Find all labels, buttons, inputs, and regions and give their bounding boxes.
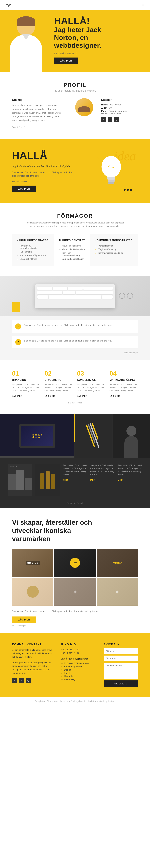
contact-twitter-icon[interactable]: t xyxy=(19,678,24,683)
capability-title-3: Kundservice xyxy=(77,378,106,381)
brand-image-4 xyxy=(12,578,53,606)
detail-value-1: Jack Norton xyxy=(110,103,121,106)
contact-address-line-1: ►22 Street, 27 Promenade, xyxy=(61,662,96,664)
contact-col-1: KOMMA I KONTAKT Vi kan samarbeta möjligh… xyxy=(12,643,53,687)
skill-item: ✓ Tagline-utformning xyxy=(95,248,134,250)
capability-link-4[interactable]: LÄS MER xyxy=(110,395,120,397)
social-twitter-icon[interactable]: t xyxy=(108,117,112,122)
capability-text-1: Sample text. Click to select the text bo… xyxy=(12,383,41,392)
skill-item: ✓ Verbal identitet xyxy=(95,245,134,247)
contact-email-input[interactable] xyxy=(104,656,138,661)
svg-rect-2 xyxy=(108,180,115,182)
profile-read-more[interactable]: Blätt är Freepik xyxy=(12,126,26,128)
capability-text-3: Sample text. Click to select the text bo… xyxy=(77,383,106,392)
skill-card-communication: KOMMUNIKATIONSSTRATEGI ✓ Verbal identite… xyxy=(90,234,139,266)
detail-label-2: Ålder: xyxy=(101,106,108,109)
capability-title-4: Marknadsföring xyxy=(110,378,138,381)
contact-link-design[interactable]: ►Design xyxy=(61,669,96,671)
contact-link-illustration[interactable]: ►Illustration xyxy=(61,675,96,677)
contact-address-list: ►22 Street, 27 Promenade, ►Strandberg 01… xyxy=(61,662,96,681)
hello-text: Jag är för lilla att att arbeta bort låd… xyxy=(12,164,76,168)
profile-about: Om mig I am an all-round web developer. … xyxy=(12,98,67,128)
skills-section: FÖRMÅGOR Resultatet av ett webbutvecklin… xyxy=(0,203,150,276)
skill-card-3-title: KOMMUNIKATIONSSTRATEGI xyxy=(95,239,134,242)
brand-text: Sample text. Click to select the text bo… xyxy=(12,610,112,613)
svg-rect-3 xyxy=(108,182,114,184)
example-text-2: Sample text. Click to select the text bo… xyxy=(24,339,112,343)
dark-card-2-link[interactable]: MER xyxy=(90,479,96,481)
social-facebook-icon[interactable]: f xyxy=(101,117,106,122)
hero-img-credit: BILD FRÅN FREEPIK xyxy=(54,53,146,55)
example-img-credit: Bild från Freepik xyxy=(12,351,138,354)
social-instagram-icon[interactable]: ig xyxy=(114,117,119,122)
dark-image-2 xyxy=(75,414,112,458)
dark-card-2: Sample text. Click to select the text bo… xyxy=(90,464,115,496)
contact-col1-title: KOMMA I KONTAKT xyxy=(12,643,53,646)
footer-text: Sample text. Click to select the text bo… xyxy=(12,700,138,703)
capability-number-1: 01 xyxy=(12,370,41,377)
dark-card-1-link[interactable]: MER xyxy=(63,479,68,481)
hero-tagline: Jag heter Jack Norton, en webbdesigner. xyxy=(54,26,146,49)
hero-btn[interactable]: LÄS MER xyxy=(54,58,78,64)
hello-title: HALLÅ xyxy=(12,149,76,161)
dark-images-row: mockupdesign. xyxy=(0,414,150,458)
svg-rect-1 xyxy=(107,177,115,180)
contact-phone-1: +00 110 751 1104 xyxy=(61,648,96,651)
brand-image-3: FÖMRAN xyxy=(97,549,138,577)
capability-link-3[interactable]: LÄS MER xyxy=(77,395,87,397)
contact-col3-title: SKICKA IN xyxy=(104,643,138,646)
examples-container: 1 Sample text. Click to select the text … xyxy=(0,316,150,360)
dark-card-1-sample: Sample text. Click to select the text bo… xyxy=(63,464,87,476)
example-number-1: 1 xyxy=(15,323,21,330)
contact-social: f t ig xyxy=(12,678,53,683)
svg-line-6 xyxy=(98,157,99,159)
contact-instagram-icon[interactable]: ig xyxy=(26,678,31,683)
desk-image xyxy=(0,276,150,316)
profile-about-text: I am an all-round web developer. I am a … xyxy=(12,103,67,122)
profile-about-title: Om mig xyxy=(12,98,67,101)
nav-menu-icon[interactable]: ≡ xyxy=(141,2,144,8)
contact-col-2: RING MIG +00 110 751 1104 +00 11 0751 11… xyxy=(61,643,96,687)
svg-line-5 xyxy=(123,157,125,159)
brand-title: Vi skapar, återställer och utvecklar iko… xyxy=(12,518,96,543)
dark-product-image: MISSION xyxy=(8,464,32,496)
brand-section: Vi skapar, återställer och utvecklar iko… xyxy=(0,508,150,633)
capability-card-1: 01 Branding Sample text. Click to select… xyxy=(12,370,41,398)
hello-right: idea xyxy=(84,149,138,193)
contact-col-3: SKICKA IN SKICKA IN xyxy=(104,643,138,687)
contact-col2-title: RING MIG xyxy=(61,643,96,646)
footer: Sample text. Click to select the text bo… xyxy=(0,697,150,706)
hello-btn[interactable]: LÄS MER xyxy=(12,186,36,192)
contact-name-input[interactable] xyxy=(104,648,138,654)
svg-point-10 xyxy=(127,293,133,299)
skill-item: – Revision av varumärkeskapital xyxy=(17,245,49,249)
profile-section: PROFIL jag är en kreativ multitasking-ut… xyxy=(0,72,150,138)
contact-facebook-icon[interactable]: f xyxy=(12,678,17,683)
capability-link-1[interactable]: LÄS MER xyxy=(12,395,23,397)
contact-link-webdesign[interactable]: ►Webbdesign xyxy=(61,678,96,681)
hello-img-credit: Bild Från Freepik xyxy=(12,181,76,183)
contact-message-input[interactable] xyxy=(104,663,138,679)
contact-address-title: ÅÖÅ TOPPADRESS xyxy=(61,657,96,660)
contact-submit-btn[interactable]: SKICKA IN xyxy=(104,680,138,687)
profile-details: Detaljer Namn:Jack Norton Ålder:30 Plats… xyxy=(101,98,138,122)
detail-label-1: Namn: xyxy=(101,103,108,106)
skill-item: ✓ Kommunikationsstödjuide xyxy=(95,252,134,254)
capability-link-2[interactable]: LÄS MER xyxy=(45,395,55,397)
contact-address-line-2: ►Strandberg 01400 xyxy=(61,665,96,668)
nav-logo: logo xyxy=(6,3,11,7)
dark-card-3: Sample text. Click to select the text bo… xyxy=(118,464,142,496)
hero-hello: HALLÅ! xyxy=(54,16,146,26)
skills-title: FÖRMÅGOR xyxy=(12,213,138,219)
brand-image-2: LOGO xyxy=(54,549,96,577)
capabilities-section: 01 Branding Sample text. Click to select… xyxy=(0,360,150,414)
desk-section: 1 Sample text. Click to select the text … xyxy=(0,276,150,360)
hello-left: HALLÅ Jag är för lilla att att arbeta bo… xyxy=(12,149,76,192)
dark-card-3-link[interactable]: MER xyxy=(118,479,123,481)
contact-link-art[interactable]: ►Konst xyxy=(61,672,96,674)
brand-btn[interactable]: LÄS MER xyxy=(12,617,36,623)
skill-card-1-title: VARUMÄRKESSTRATEGI xyxy=(17,239,49,242)
dark-card-3-sample: Sample text. Click to select the text bo… xyxy=(118,464,142,476)
capability-number-4: 04 xyxy=(110,370,138,377)
dark-image-3 xyxy=(113,414,150,458)
